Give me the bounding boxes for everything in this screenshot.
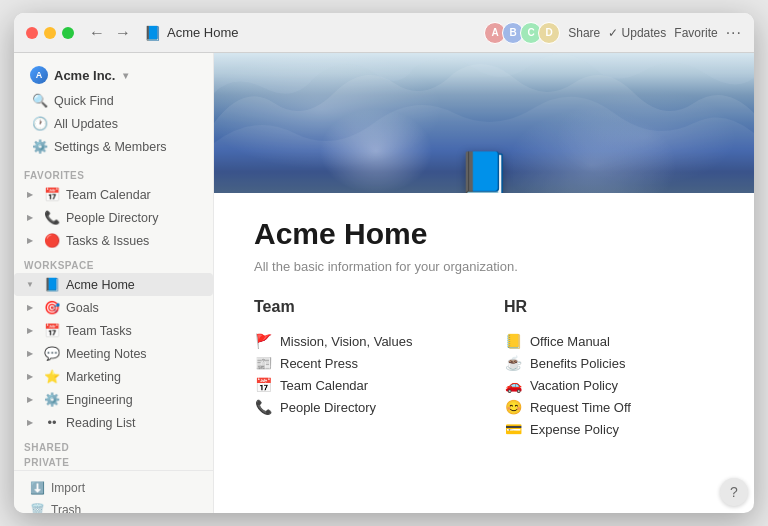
shared-section-label: SHARED bbox=[14, 434, 213, 455]
workspace-list: ▼📘Acme Home▶🎯Goals▶📅Team Tasks▶💬Meeting … bbox=[14, 273, 213, 434]
sidebar-item-all-updates[interactable]: 🕐 All Updates bbox=[24, 112, 203, 135]
collaborator-avatars: A B C D bbox=[488, 22, 560, 44]
minimize-button[interactable] bbox=[44, 27, 56, 39]
page-book-icon: 📘 bbox=[458, 149, 510, 193]
team-page-link[interactable]: 🚩Mission, Vision, Values bbox=[254, 330, 464, 352]
chevron-right-icon: ▶ bbox=[22, 236, 38, 245]
link-icon: 📰 bbox=[254, 355, 272, 371]
sidebar-bottom-item[interactable]: ⬇️Import bbox=[24, 477, 203, 499]
settings-label: Settings & Members bbox=[54, 140, 167, 154]
sidebar-item-workspace[interactable]: ▶⭐Marketing bbox=[14, 365, 213, 388]
chevron-icon: ▶ bbox=[22, 395, 38, 404]
link-icon: 🚩 bbox=[254, 333, 272, 349]
link-icon: ☕ bbox=[504, 355, 522, 371]
sidebar-item-label: Tasks & Issues bbox=[66, 234, 149, 248]
chevron-right-icon: ▶ bbox=[22, 190, 38, 199]
item-icon: 📞 bbox=[44, 210, 60, 225]
hr-section-title: HR bbox=[504, 298, 714, 316]
link-icon: 📒 bbox=[504, 333, 522, 349]
bottom-list: ⬇️Import🗑️Trash bbox=[24, 477, 203, 513]
item-label: Trash bbox=[51, 503, 81, 513]
sidebar-item-label: People Directory bbox=[66, 211, 158, 225]
sidebar-item-label: Goals bbox=[66, 301, 99, 315]
gear-icon: ⚙️ bbox=[32, 139, 48, 154]
sidebar-bottom-item[interactable]: 🗑️Trash bbox=[24, 499, 203, 513]
team-column: Team 🚩Mission, Vision, Values📰Recent Pre… bbox=[254, 298, 464, 440]
hr-page-link[interactable]: ☕Benefits Policies bbox=[504, 352, 714, 374]
sidebar-item-workspace[interactable]: ▶••Reading List bbox=[14, 411, 213, 434]
item-icon: 🗑️ bbox=[30, 503, 45, 513]
back-button[interactable]: ← bbox=[86, 24, 108, 42]
workspace-section-label: WORKSPACE bbox=[14, 252, 213, 273]
item-icon: ⬇️ bbox=[30, 481, 45, 495]
favorite-button[interactable]: Favorite bbox=[674, 26, 717, 40]
sidebar-item-favorite[interactable]: ▶📅Team Calendar bbox=[14, 183, 213, 206]
team-page-link[interactable]: 📰Recent Press bbox=[254, 352, 464, 374]
chevron-icon: ▶ bbox=[22, 418, 38, 427]
item-label: Import bbox=[51, 481, 85, 495]
sidebar-item-workspace[interactable]: ▶📅Team Tasks bbox=[14, 319, 213, 342]
link-label: Recent Press bbox=[280, 356, 358, 371]
chevron-icon: ▶ bbox=[22, 303, 38, 312]
item-icon: 📘 bbox=[44, 277, 60, 292]
link-label: Benefits Policies bbox=[530, 356, 625, 371]
sidebar-item-workspace[interactable]: ▶🎯Goals bbox=[14, 296, 213, 319]
link-label: Mission, Vision, Values bbox=[280, 334, 412, 349]
sidebar-item-workspace[interactable]: ▶⚙️Engineering bbox=[14, 388, 213, 411]
hr-page-link[interactable]: 📒Office Manual bbox=[504, 330, 714, 352]
updates-button[interactable]: ✓ Updates bbox=[608, 26, 666, 40]
link-icon: 💳 bbox=[504, 421, 522, 437]
quick-find-label: Quick Find bbox=[54, 94, 114, 108]
help-button[interactable]: ? bbox=[720, 478, 748, 506]
item-icon: 📅 bbox=[44, 187, 60, 202]
main-layout: A Acme Inc. ▾ 🔍 Quick Find 🕐 All Updates… bbox=[14, 53, 754, 513]
sidebar-item-workspace[interactable]: ▶💬Meeting Notes bbox=[14, 342, 213, 365]
sidebar-item-favorite[interactable]: ▶📞People Directory bbox=[14, 206, 213, 229]
close-button[interactable] bbox=[26, 27, 38, 39]
link-label: Vacation Policy bbox=[530, 378, 618, 393]
private-section-label: PRIVATE bbox=[14, 455, 213, 470]
chevron-right-icon: ▶ bbox=[22, 213, 38, 222]
columns-layout: Team 🚩Mission, Vision, Values📰Recent Pre… bbox=[254, 298, 714, 440]
hr-links-list: 📒Office Manual☕Benefits Policies🚗Vacatio… bbox=[504, 330, 714, 440]
forward-button[interactable]: → bbox=[112, 24, 134, 42]
sidebar-item-label: Reading List bbox=[66, 416, 136, 430]
item-icon: 🎯 bbox=[44, 300, 60, 315]
sidebar: A Acme Inc. ▾ 🔍 Quick Find 🕐 All Updates… bbox=[14, 53, 214, 513]
page-body: Acme Home All the basic information for … bbox=[214, 193, 754, 513]
app-window: ← → 📘 Acme Home A B C D Share ✓ Updates … bbox=[14, 13, 754, 513]
link-label: Request Time Off bbox=[530, 400, 631, 415]
hr-page-link[interactable]: 🚗Vacation Policy bbox=[504, 374, 714, 396]
content-area: 📘 Acme Home All the basic information fo… bbox=[214, 53, 754, 513]
workspace-header[interactable]: A Acme Inc. ▾ bbox=[24, 61, 203, 89]
favorites-list: ▶📅Team Calendar▶📞People Directory▶🔴Tasks… bbox=[14, 183, 213, 252]
sidebar-item-favorite[interactable]: ▶🔴Tasks & Issues bbox=[14, 229, 213, 252]
all-updates-label: All Updates bbox=[54, 117, 118, 131]
chevron-icon: ▶ bbox=[22, 372, 38, 381]
hr-page-link[interactable]: 😊Request Time Off bbox=[504, 396, 714, 418]
more-options-button[interactable]: ··· bbox=[726, 24, 742, 42]
sidebar-item-settings[interactable]: ⚙️ Settings & Members bbox=[24, 135, 203, 158]
page-breadcrumb: 📘 Acme Home bbox=[144, 25, 239, 41]
link-icon: 😊 bbox=[504, 399, 522, 415]
sidebar-item-quick-find[interactable]: 🔍 Quick Find bbox=[24, 89, 203, 112]
page-subtitle: All the basic information for your organ… bbox=[254, 259, 714, 274]
item-icon: •• bbox=[44, 415, 60, 430]
share-button[interactable]: Share bbox=[568, 26, 600, 40]
hr-page-link[interactable]: 💳Expense Policy bbox=[504, 418, 714, 440]
link-icon: 📞 bbox=[254, 399, 272, 415]
link-label: People Directory bbox=[280, 400, 376, 415]
link-label: Office Manual bbox=[530, 334, 610, 349]
workspace-icon: A bbox=[30, 66, 48, 84]
team-page-link[interactable]: 📅Team Calendar bbox=[254, 374, 464, 396]
sidebar-item-label: Engineering bbox=[66, 393, 133, 407]
maximize-button[interactable] bbox=[62, 27, 74, 39]
sidebar-item-workspace[interactable]: ▼📘Acme Home bbox=[14, 273, 213, 296]
sidebar-item-label: Marketing bbox=[66, 370, 121, 384]
workspace-chevron-icon: ▾ bbox=[123, 70, 128, 81]
sidebar-top: A Acme Inc. ▾ 🔍 Quick Find 🕐 All Updates… bbox=[14, 53, 213, 162]
clock-icon: 🕐 bbox=[32, 116, 48, 131]
sidebar-bottom: ⬇️Import🗑️Trash ＋ + New Page bbox=[14, 470, 213, 513]
team-page-link[interactable]: 📞People Directory bbox=[254, 396, 464, 418]
item-icon: 💬 bbox=[44, 346, 60, 361]
